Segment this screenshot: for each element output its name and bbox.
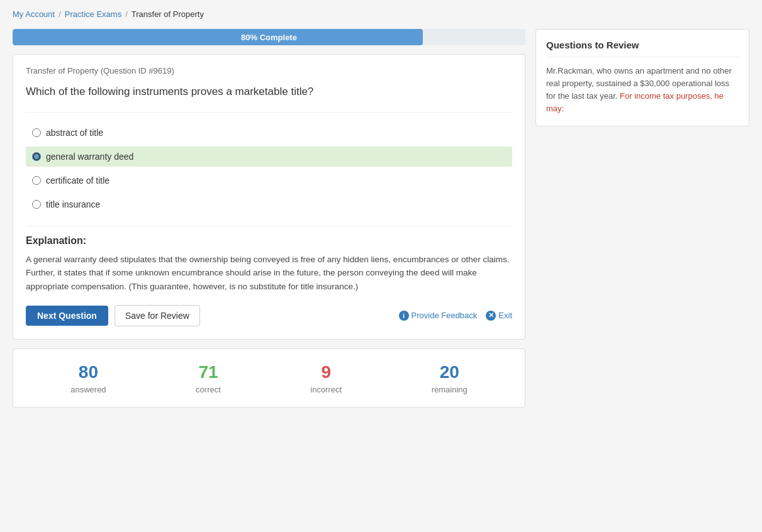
progress-label: 80% Complete: [13, 33, 525, 42]
breadcrumb-sep1: /: [59, 9, 61, 19]
answer-label-1: abstract of title: [46, 128, 103, 138]
next-question-button[interactable]: Next Question: [26, 306, 108, 326]
stat-answered: 80 answered: [70, 362, 106, 395]
answer-option-4[interactable]: title insurance: [26, 194, 512, 214]
question-header: Transfer of Property (Question ID #9619): [26, 66, 512, 75]
answer-label-3: certificate of title: [46, 175, 109, 186]
stat-incorrect-label: incorrect: [310, 385, 342, 394]
feedback-label: Provide Feedback: [412, 311, 478, 320]
question-text: Which of the following instruments prove…: [26, 84, 512, 99]
review-item-text: Mr.Rackman, who owns an apartment and no…: [546, 65, 739, 116]
review-card: Questions to Review Mr.Rackman, who owns…: [535, 29, 749, 126]
breadcrumb-practice-exams[interactable]: Practice Exams: [65, 9, 121, 19]
stat-incorrect: 9 incorrect: [310, 362, 342, 395]
question-subject: Transfer of Property: [26, 66, 98, 75]
answer-option-1[interactable]: abstract of title: [26, 123, 512, 143]
stat-incorrect-value: 9: [310, 362, 342, 383]
explanation-text: A general warranty deed stipulates that …: [26, 253, 512, 294]
progress-container: 80% Complete: [13, 29, 525, 45]
breadcrumb-current: Transfer of Property: [132, 9, 204, 19]
stat-correct: 71 correct: [196, 362, 221, 395]
left-column: 80% Complete Transfer of Property (Quest…: [13, 29, 525, 407]
breadcrumb: My Account / Practice Exams / Transfer o…: [13, 9, 749, 19]
explanation-section: Explanation: A general warranty deed sti…: [26, 226, 512, 294]
stat-remaining-value: 20: [432, 362, 468, 383]
question-id: (Question ID #9619): [101, 66, 174, 75]
radio-option-2[interactable]: [32, 152, 41, 161]
main-layout: 80% Complete Transfer of Property (Quest…: [13, 29, 749, 407]
stat-correct-value: 71: [196, 362, 221, 383]
question-card: Transfer of Property (Question ID #9619)…: [13, 54, 525, 340]
breadcrumb-sep2: /: [125, 9, 128, 19]
answer-option-3[interactable]: certificate of title: [26, 170, 512, 191]
radio-option-4[interactable]: [32, 200, 41, 209]
exit-icon: ✕: [486, 311, 496, 321]
action-row: Next Question Save for Review i Provide …: [26, 305, 512, 326]
breadcrumb-my-account[interactable]: My Account: [13, 9, 55, 19]
radio-option-1[interactable]: [32, 128, 41, 137]
explanation-title: Explanation:: [26, 235, 512, 247]
answer-label-4: title insurance: [46, 199, 100, 209]
stat-remaining: 20 remaining: [432, 362, 468, 395]
exit-label: Exit: [498, 311, 512, 320]
info-icon: i: [399, 311, 409, 321]
review-card-title: Questions to Review: [546, 40, 739, 57]
action-right: i Provide Feedback ✕ Exit: [399, 311, 512, 321]
provide-feedback-button[interactable]: i Provide Feedback: [399, 311, 478, 321]
stat-answered-value: 80: [70, 362, 106, 383]
page-wrapper: My Account / Practice Exams / Transfer o…: [0, 0, 762, 417]
question-divider: [26, 112, 512, 113]
stat-remaining-label: remaining: [432, 385, 468, 394]
stats-card: 80 answered 71 correct 9 incorrect 20 re…: [13, 348, 525, 408]
exit-button[interactable]: ✕ Exit: [486, 311, 512, 321]
stat-correct-label: correct: [196, 385, 221, 394]
stat-answered-label: answered: [70, 385, 106, 394]
right-column: Questions to Review Mr.Rackman, who owns…: [535, 29, 749, 126]
answer-option-2[interactable]: general warranty deed: [26, 147, 512, 167]
save-for-review-button[interactable]: Save for Review: [115, 305, 200, 326]
answer-label-2: general warranty deed: [46, 152, 133, 162]
radio-option-3[interactable]: [32, 176, 41, 185]
review-item-highlight: For income tax purposes, he may:: [546, 91, 724, 113]
